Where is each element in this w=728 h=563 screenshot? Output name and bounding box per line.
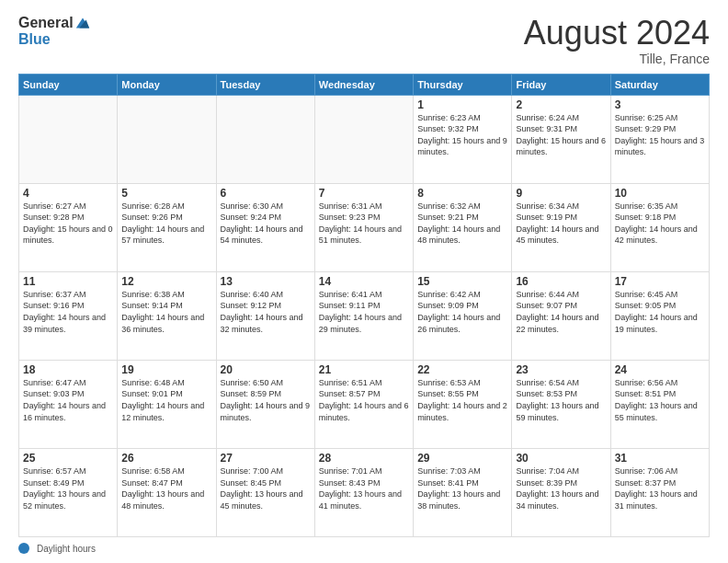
day-info: Sunrise: 6:32 AMSunset: 9:21 PMDaylight:… bbox=[417, 201, 507, 247]
daylight: Daylight: 13 hours and 48 minutes. bbox=[121, 488, 211, 511]
daylight-indicator bbox=[18, 543, 29, 554]
day-info: Sunrise: 6:30 AMSunset: 9:24 PMDaylight:… bbox=[221, 201, 311, 247]
day-number: 23 bbox=[516, 363, 606, 376]
calendar-cell: 21Sunrise: 6:51 AMSunset: 8:57 PMDayligh… bbox=[314, 360, 413, 448]
daylight: Daylight: 14 hours and 51 minutes. bbox=[319, 224, 409, 247]
calendar-cell: 24Sunrise: 6:56 AMSunset: 8:51 PMDayligh… bbox=[610, 360, 709, 448]
day-number: 26 bbox=[121, 452, 211, 465]
calendar-cell: 31Sunrise: 7:06 AMSunset: 8:37 PMDayligh… bbox=[610, 448, 709, 536]
day-number: 12 bbox=[121, 275, 211, 288]
sunset: Sunset: 9:32 PM bbox=[417, 123, 507, 135]
day-number: 27 bbox=[221, 452, 311, 465]
calendar-cell: 15Sunrise: 6:42 AMSunset: 9:09 PMDayligh… bbox=[414, 271, 512, 360]
daylight: Daylight: 14 hours and 19 minutes. bbox=[615, 312, 705, 335]
calendar-cell: 8Sunrise: 6:32 AMSunset: 9:21 PMDaylight… bbox=[414, 183, 512, 271]
sunrise: Sunrise: 6:45 AM bbox=[615, 289, 705, 301]
daylight: Daylight: 14 hours and 54 minutes. bbox=[221, 224, 311, 247]
sunset: Sunset: 8:41 PM bbox=[417, 477, 507, 489]
sunset: Sunset: 8:51 PM bbox=[615, 388, 705, 400]
calendar-cell: 25Sunrise: 6:57 AMSunset: 8:49 PMDayligh… bbox=[19, 448, 118, 536]
logo-blue-text: Blue bbox=[18, 31, 91, 48]
calendar-cell: 12Sunrise: 6:38 AMSunset: 9:14 PMDayligh… bbox=[118, 271, 216, 360]
day-number: 20 bbox=[221, 363, 311, 376]
logo: General Blue bbox=[18, 15, 91, 48]
day-number: 19 bbox=[121, 363, 211, 376]
day-info: Sunrise: 6:23 AMSunset: 9:32 PMDaylight:… bbox=[417, 112, 507, 158]
day-info: Sunrise: 6:56 AMSunset: 8:51 PMDaylight:… bbox=[615, 377, 705, 423]
sunrise: Sunrise: 6:30 AM bbox=[221, 201, 311, 213]
calendar-cell: 13Sunrise: 6:40 AMSunset: 9:12 PMDayligh… bbox=[216, 271, 314, 360]
day-info: Sunrise: 6:37 AMSunset: 9:16 PMDaylight:… bbox=[23, 289, 113, 335]
daylight: Daylight: 15 hours and 3 minutes. bbox=[615, 135, 705, 158]
day-number: 14 bbox=[319, 275, 409, 288]
daylight: Daylight: 13 hours and 34 minutes. bbox=[516, 488, 606, 511]
day-info: Sunrise: 6:57 AMSunset: 8:49 PMDaylight:… bbox=[23, 465, 113, 511]
calendar-cell bbox=[19, 95, 118, 183]
day-info: Sunrise: 6:34 AMSunset: 9:19 PMDaylight:… bbox=[516, 201, 606, 247]
sunset: Sunset: 9:05 PM bbox=[615, 300, 705, 312]
day-number: 16 bbox=[516, 275, 606, 288]
day-info: Sunrise: 7:06 AMSunset: 8:37 PMDaylight:… bbox=[615, 465, 705, 511]
day-info: Sunrise: 6:51 AMSunset: 8:57 PMDaylight:… bbox=[319, 377, 409, 423]
calendar-cell bbox=[216, 95, 314, 183]
calendar-cell: 22Sunrise: 6:53 AMSunset: 8:55 PMDayligh… bbox=[414, 360, 512, 448]
sunrise: Sunrise: 6:24 AM bbox=[516, 112, 606, 124]
sunset: Sunset: 9:21 PM bbox=[417, 212, 507, 224]
day-number: 5 bbox=[121, 187, 211, 200]
sunrise: Sunrise: 7:00 AM bbox=[221, 465, 311, 477]
day-info: Sunrise: 6:41 AMSunset: 9:11 PMDaylight:… bbox=[319, 289, 409, 335]
header-thursday: Thursday bbox=[414, 74, 512, 95]
sunrise: Sunrise: 6:42 AM bbox=[417, 289, 507, 301]
sunrise: Sunrise: 6:35 AM bbox=[615, 201, 705, 213]
sunrise: Sunrise: 6:54 AM bbox=[516, 377, 606, 389]
calendar-table: Sunday Monday Tuesday Wednesday Thursday… bbox=[18, 74, 710, 537]
sunset: Sunset: 8:45 PM bbox=[221, 477, 311, 489]
sunrise: Sunrise: 7:03 AM bbox=[417, 465, 507, 477]
sunrise: Sunrise: 6:56 AM bbox=[615, 377, 705, 389]
day-number: 17 bbox=[615, 275, 705, 288]
calendar-cell: 7Sunrise: 6:31 AMSunset: 9:23 PMDaylight… bbox=[314, 183, 413, 271]
day-number: 18 bbox=[23, 363, 113, 376]
daylight: Daylight: 14 hours and 16 minutes. bbox=[23, 400, 113, 423]
calendar-week-4: 25Sunrise: 6:57 AMSunset: 8:49 PMDayligh… bbox=[19, 448, 710, 536]
sunrise: Sunrise: 6:27 AM bbox=[23, 201, 113, 213]
logo-icon bbox=[74, 15, 91, 31]
calendar-cell: 16Sunrise: 6:44 AMSunset: 9:07 PMDayligh… bbox=[512, 271, 610, 360]
calendar-cell: 27Sunrise: 7:00 AMSunset: 8:45 PMDayligh… bbox=[216, 448, 314, 536]
sunrise: Sunrise: 6:23 AM bbox=[417, 112, 507, 124]
day-info: Sunrise: 6:28 AMSunset: 9:26 PMDaylight:… bbox=[121, 201, 211, 247]
daylight: Daylight: 14 hours and 6 minutes. bbox=[319, 400, 409, 423]
daylight: Daylight: 14 hours and 48 minutes. bbox=[417, 224, 507, 247]
calendar-cell: 20Sunrise: 6:50 AMSunset: 8:59 PMDayligh… bbox=[216, 360, 314, 448]
sunrise: Sunrise: 6:41 AM bbox=[319, 289, 409, 301]
day-info: Sunrise: 7:00 AMSunset: 8:45 PMDaylight:… bbox=[221, 465, 311, 511]
calendar-cell: 4Sunrise: 6:27 AMSunset: 9:28 PMDaylight… bbox=[19, 183, 118, 271]
day-number: 10 bbox=[615, 187, 705, 200]
logo-row: General bbox=[18, 15, 91, 31]
sunrise: Sunrise: 6:38 AM bbox=[121, 289, 211, 301]
daylight: Daylight: 13 hours and 38 minutes. bbox=[417, 488, 507, 511]
sunset: Sunset: 8:37 PM bbox=[615, 477, 705, 489]
sunrise: Sunrise: 6:51 AM bbox=[319, 377, 409, 389]
sunrise: Sunrise: 6:44 AM bbox=[516, 289, 606, 301]
sunset: Sunset: 8:47 PM bbox=[121, 477, 211, 489]
daylight: Daylight: 13 hours and 55 minutes. bbox=[615, 400, 705, 423]
sunset: Sunset: 8:59 PM bbox=[221, 388, 311, 400]
sunrise: Sunrise: 6:28 AM bbox=[121, 201, 211, 213]
daylight: Daylight: 13 hours and 52 minutes. bbox=[23, 488, 113, 511]
location-title: Tille, France bbox=[524, 52, 710, 66]
sunset: Sunset: 9:11 PM bbox=[319, 300, 409, 312]
sunrise: Sunrise: 6:57 AM bbox=[23, 465, 113, 477]
daylight: Daylight: 14 hours and 45 minutes. bbox=[516, 224, 606, 247]
sunrise: Sunrise: 7:01 AM bbox=[319, 465, 409, 477]
day-number: 1 bbox=[417, 98, 507, 111]
sunrise: Sunrise: 6:58 AM bbox=[121, 465, 211, 477]
daylight: Daylight: 14 hours and 42 minutes. bbox=[615, 224, 705, 247]
calendar-cell: 11Sunrise: 6:37 AMSunset: 9:16 PMDayligh… bbox=[19, 271, 118, 360]
day-info: Sunrise: 6:53 AMSunset: 8:55 PMDaylight:… bbox=[417, 377, 507, 423]
sunset: Sunset: 9:28 PM bbox=[23, 212, 113, 224]
footer: Daylight hours bbox=[18, 543, 710, 554]
daylight: Daylight: 14 hours and 12 minutes. bbox=[121, 400, 211, 423]
title-block: August 2024 Tille, France bbox=[524, 15, 710, 66]
header-saturday: Saturday bbox=[610, 74, 709, 95]
